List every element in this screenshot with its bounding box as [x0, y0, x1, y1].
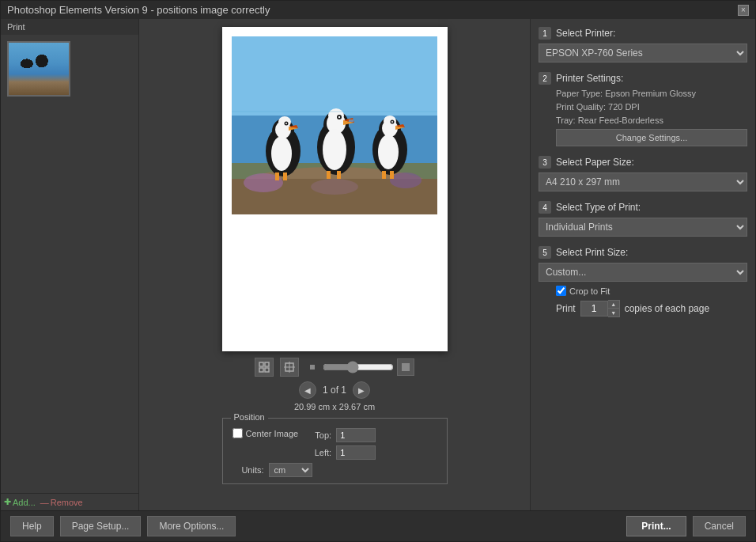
prev-page-button[interactable]: ◀ — [299, 381, 316, 399]
close-button[interactable]: × — [738, 5, 749, 16]
svg-point-23 — [328, 108, 344, 123]
thumbnail-image — [9, 43, 69, 95]
section-paper-size: 3 Select Paper Size: A4 210 x 297 mm Let… — [539, 156, 747, 191]
svg-point-8 — [311, 179, 358, 195]
left-input[interactable] — [336, 445, 376, 460]
crop-label: Crop to Fit — [569, 286, 610, 296]
svg-point-17 — [271, 136, 292, 171]
section-num-2: 2 — [539, 72, 551, 85]
section-print-size: 5 Select Print Size: Custom... 4 x 6 in … — [539, 246, 747, 317]
section-print-type-header: 4 Select Type of Print: — [539, 201, 747, 214]
print-label: Print — [556, 303, 576, 314]
svg-rect-54 — [402, 363, 410, 371]
crop-row: Crop to Fit — [539, 286, 747, 296]
svg-point-29 — [323, 129, 346, 170]
svg-rect-48 — [259, 368, 263, 372]
section-print-size-title: Select Print Size: — [556, 247, 628, 258]
spinner-buttons: ▲ ▼ — [608, 300, 620, 317]
quality-info: Print Quality: 720 DPI — [539, 102, 747, 112]
svg-rect-19 — [283, 172, 287, 180]
main-body: Print ✚ Add... — Remove — [1, 19, 755, 510]
top-field-row: Top: — [308, 428, 376, 442]
copies-down-button[interactable]: ▼ — [608, 309, 619, 316]
print-label: Print — [1, 19, 138, 35]
svg-point-12 — [278, 116, 291, 127]
position-legend: Position — [231, 412, 268, 422]
thumbnail-item[interactable] — [7, 41, 70, 97]
zoom-slider[interactable] — [323, 361, 394, 373]
print-copies-row: Print ▲ ▼ copies of each page — [539, 300, 747, 317]
svg-rect-26 — [349, 119, 353, 122]
section-num-5: 5 — [539, 246, 551, 259]
copies-input[interactable] — [580, 301, 608, 316]
units-row: Units: cm in px — [232, 463, 437, 477]
bottom-left-buttons: Help Page Setup... More Options... — [10, 516, 236, 536]
svg-point-35 — [384, 116, 396, 127]
crop-checkbox[interactable] — [556, 286, 566, 296]
page-setup-button[interactable]: Page Setup... — [60, 516, 142, 536]
svg-rect-30 — [327, 171, 331, 179]
center-image-checkbox[interactable] — [232, 428, 243, 438]
svg-rect-31 — [337, 171, 341, 179]
more-options-button[interactable]: More Options... — [147, 516, 236, 536]
change-settings-button[interactable]: Change Settings... — [556, 129, 747, 146]
section-printer-settings-header: 2 Printer Settings: — [539, 72, 747, 85]
dimensions-text: 20.99 cm x 29.67 cm — [294, 402, 375, 411]
fit-page-button[interactable] — [255, 358, 274, 377]
section-paper-size-header: 3 Select Paper Size: — [539, 156, 747, 169]
top-label: Top: — [308, 430, 331, 440]
zoom-small-icon — [305, 360, 319, 374]
svg-rect-42 — [390, 171, 394, 179]
svg-point-16 — [285, 123, 287, 124]
svg-rect-41 — [382, 171, 386, 179]
toolbar-row — [255, 358, 414, 377]
help-button[interactable]: Help — [10, 516, 54, 536]
section-printer-header: 1 Select Printer: — [539, 27, 747, 40]
units-select[interactable]: cm in px — [269, 463, 312, 477]
preview-image — [232, 36, 437, 214]
left-panel: Print ✚ Add... — Remove — [1, 19, 139, 510]
top-input[interactable] — [336, 428, 376, 442]
print-type-select[interactable]: Individual Prints Picture Package Contac… — [539, 218, 747, 237]
svg-rect-53 — [310, 365, 315, 370]
print-size-select[interactable]: Custom... 4 x 6 in 5 x 7 in 8 x 10 in — [539, 263, 747, 282]
svg-rect-46 — [259, 362, 263, 366]
units-label: Units: — [232, 465, 264, 475]
add-button[interactable]: ✚ Add... — [4, 497, 36, 507]
zoom-slider-container — [305, 358, 414, 376]
crop-checkbox-label: Crop to Fit — [556, 286, 610, 296]
paper-type-info: Paper Type: Epson Premium Glossy — [539, 89, 747, 98]
right-panel: 1 Select Printer: EPSON XP-760 Series 2 … — [530, 19, 755, 510]
paper-size-select[interactable]: A4 210 x 297 mm Letter 8.5 x 11 in A3 29… — [539, 172, 747, 191]
section-num-4: 4 — [539, 201, 551, 214]
bottom-right-buttons: Print... Cancel — [626, 516, 746, 536]
svg-point-39 — [391, 121, 393, 123]
section-num-3: 3 — [539, 156, 551, 169]
tray-info: Tray: Rear Feed-Borderless — [539, 116, 747, 125]
remove-button[interactable]: — Remove — [40, 498, 83, 507]
thumbnail-area — [1, 35, 138, 493]
cancel-button[interactable]: Cancel — [693, 516, 746, 536]
svg-rect-49 — [265, 368, 269, 372]
section-print-type: 4 Select Type of Print: Individual Print… — [539, 201, 747, 237]
section-num-1: 1 — [539, 27, 551, 40]
next-page-button[interactable]: ▶ — [353, 381, 370, 399]
section-printer: 1 Select Printer: EPSON XP-760 Series — [539, 27, 747, 63]
remove-label: Remove — [51, 498, 83, 507]
preview-area — [222, 27, 448, 351]
actual-size-button[interactable] — [280, 358, 299, 377]
left-label: Left: — [308, 448, 331, 457]
center-panel: ◀ 1 of 1 ▶ 20.99 cm x 29.67 cm Position … — [139, 19, 530, 510]
copies-up-button[interactable]: ▲ — [608, 301, 619, 309]
nav-row: ◀ 1 of 1 ▶ — [299, 381, 370, 399]
puffin-painting — [232, 36, 437, 214]
zoom-large-icon — [397, 358, 414, 376]
svg-point-7 — [390, 172, 421, 188]
section-print-size-header: 5 Select Print Size: — [539, 246, 747, 259]
center-image-label: Center Image — [246, 429, 299, 438]
position-box: Position Center Image Top: — [222, 418, 448, 484]
plus-icon: ✚ — [4, 497, 11, 507]
print-button[interactable]: Print... — [626, 516, 686, 536]
printer-select[interactable]: EPSON XP-760 Series — [539, 44, 747, 63]
svg-point-28 — [338, 116, 339, 118]
